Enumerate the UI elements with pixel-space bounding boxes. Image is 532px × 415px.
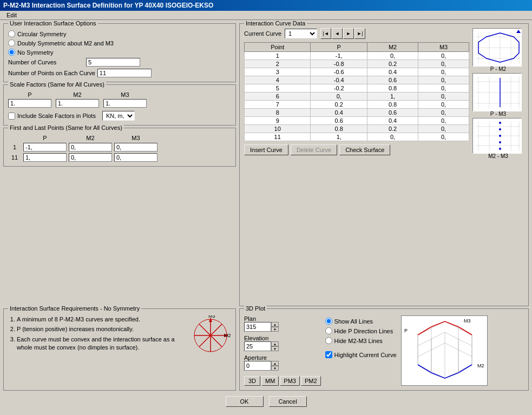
insert-curve-button[interactable]: Insert Curve: [244, 144, 288, 155]
scale-m3-header: M3: [121, 91, 129, 98]
table-row: 2-0.80.20,: [245, 60, 469, 68]
user-options-group: User Interaction Surface Options Circula…: [3, 23, 236, 82]
aperture-label: Aperture: [244, 354, 321, 361]
nav-prev-button[interactable]: ◄: [332, 28, 343, 39]
current-curve-select[interactable]: 12345: [285, 29, 317, 38]
flp-p-header: P: [23, 135, 67, 141]
btn-pm3[interactable]: PM3: [280, 376, 300, 386]
plan-down-button[interactable]: ▼: [271, 327, 279, 332]
req-2: P (tension positive) increases monotonic…: [17, 325, 186, 333]
flp-row1-m3[interactable]: [114, 143, 157, 151]
svg-point-32: [499, 141, 501, 143]
table-row: 5-0.20.80,: [245, 84, 469, 93]
radio-none[interactable]: No Symmetry: [8, 49, 231, 56]
svg-text:M2: M2: [477, 363, 484, 368]
plan-label: Plan: [244, 315, 321, 322]
title-bar: P-M2-M3 Interaction Surface Definition f…: [0, 0, 532, 11]
first-last-points-group: First and Last Points (Same for All Curv…: [3, 128, 236, 167]
footer-buttons: OK Cancel: [3, 393, 529, 409]
flp-row1-m2[interactable]: [69, 143, 112, 151]
flp-m3-header: M3: [114, 135, 157, 141]
first-last-title: First and Last Points (Same for All Curv…: [8, 124, 124, 131]
table-row: 111,0,0,: [245, 133, 469, 141]
check-surface-button[interactable]: Check Surface: [339, 144, 390, 155]
table-row: 4-0.40.60,: [245, 76, 469, 84]
compass-rose: M3 M2: [191, 315, 231, 356]
elevation-input[interactable]: [244, 341, 271, 351]
col-point: Point: [245, 43, 311, 52]
svg-point-29: [499, 122, 501, 124]
radio-doubly[interactable]: Doubly Symmetric about M2 and M3: [8, 39, 231, 47]
table-row: 3-0.60.40,: [245, 68, 469, 76]
table-row: 60,1,0,: [245, 93, 469, 101]
flp-row1-p[interactable]: [23, 143, 67, 151]
radio-hide-p[interactable]: Hide P Direction Lines: [325, 327, 397, 334]
include-scale-label: Include Scale Factors in Plots: [17, 113, 96, 119]
nosym-label: No Symmetry: [17, 49, 54, 56]
plan-up-button[interactable]: ▲: [271, 322, 279, 327]
radio-circular[interactable]: Circular Symmetry: [8, 30, 231, 37]
nav-first-button[interactable]: |◄: [320, 28, 331, 39]
ok-button[interactable]: OK: [226, 396, 264, 407]
3d-plot-svg: P M2 M3: [402, 316, 488, 386]
btn-3d[interactable]: 3D: [244, 376, 260, 386]
col-m3: M3: [418, 43, 469, 52]
plan-input[interactable]: [244, 322, 271, 332]
num-curves-input[interactable]: [86, 58, 140, 67]
cancel-button[interactable]: Cancel: [269, 396, 307, 407]
flp-row2-point: 11: [8, 154, 21, 161]
svg-point-31: [499, 135, 501, 137]
radio-show-all[interactable]: Show All Lines: [325, 318, 397, 325]
elevation-down-button[interactable]: ▼: [271, 346, 279, 351]
table-row: 90.60.40,: [245, 117, 469, 125]
scale-factors-title: Scale Factors (Same for All Curves): [8, 81, 106, 88]
menu-bar: Edit: [0, 11, 532, 20]
aperture-input[interactable]: [244, 361, 271, 371]
table-row: 100.80.20,: [245, 125, 469, 133]
show-all-label: Show All Lines: [334, 318, 373, 325]
nav-last-button[interactable]: ►|: [354, 28, 365, 39]
requirements-title: Interaction Surface Requirements - No Sy…: [8, 305, 141, 312]
col-m2: M2: [367, 43, 418, 52]
table-row: 70.20.80,: [245, 101, 469, 109]
pm3-label: P - M3: [472, 111, 524, 117]
include-scale-checkbox[interactable]: [8, 113, 15, 120]
m2m3-svg: [473, 118, 522, 154]
current-curve-label: Current Curve: [244, 30, 281, 37]
title-text: P-M2-M3 Interaction Surface Definition f…: [3, 2, 213, 9]
doubly-label: Doubly Symmetric about M2 and M3: [17, 40, 114, 47]
highlight-label: Highlight Current Curve: [334, 352, 397, 358]
pm2-svg: [473, 29, 522, 67]
requirements-group: Interaction Surface Requirements - No Sy…: [3, 308, 236, 391]
menu-edit[interactable]: Edit: [2, 11, 21, 19]
3d-plot-view: P M2 M3: [401, 315, 488, 386]
scale-m3-input[interactable]: [103, 99, 147, 108]
radio-hide-m2m3[interactable]: Hide M2-M3 Lines: [325, 337, 397, 344]
aperture-up-button[interactable]: ▲: [271, 361, 279, 366]
btn-mm[interactable]: MM: [261, 376, 279, 386]
m2m3-label: M2 - M3: [472, 153, 524, 159]
pm2-label: P - M2: [472, 66, 524, 72]
flp-row2-m2[interactable]: [69, 153, 112, 162]
scale-p-input[interactable]: [8, 99, 51, 108]
num-curves-label: Number of Curves: [8, 59, 84, 65]
unit-select[interactable]: KN, m, C: [102, 111, 135, 121]
svg-text:M3: M3: [208, 315, 215, 319]
scale-m2-header: M2: [73, 91, 81, 98]
delete-curve-button[interactable]: Delete Curve: [291, 144, 337, 155]
nav-next-button[interactable]: ►: [343, 28, 354, 39]
highlight-checkbox[interactable]: [325, 351, 332, 358]
aperture-down-button[interactable]: ▼: [271, 366, 279, 371]
flp-row2-p[interactable]: [23, 153, 67, 162]
table-row: 1-1,0,0,: [245, 52, 469, 60]
btn-pm2[interactable]: PM2: [301, 376, 321, 386]
pm3-chart: [472, 73, 521, 111]
elevation-up-button[interactable]: ▲: [271, 341, 279, 346]
num-points-input[interactable]: [97, 69, 152, 77]
pm2-chart: [472, 28, 521, 66]
svg-point-30: [499, 128, 501, 130]
svg-rect-20: [473, 118, 522, 154]
scale-m2-input[interactable]: [56, 99, 99, 108]
scale-p-header: P: [28, 91, 31, 98]
flp-row2-m3[interactable]: [114, 153, 157, 162]
